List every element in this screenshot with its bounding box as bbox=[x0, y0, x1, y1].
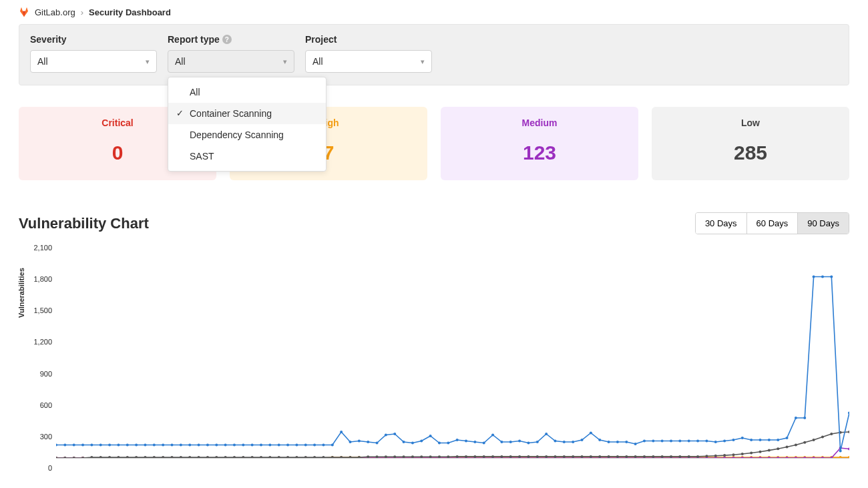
svg-point-406 bbox=[465, 440, 467, 443]
svg-point-407 bbox=[473, 441, 476, 443]
svg-point-331 bbox=[598, 455, 601, 458]
dropdown-item-container-scanning[interactable]: Container Scanning bbox=[168, 103, 326, 124]
svg-point-289 bbox=[224, 456, 227, 459]
svg-point-329 bbox=[581, 455, 584, 458]
svg-point-281 bbox=[153, 456, 156, 459]
svg-point-397 bbox=[385, 434, 387, 437]
svg-point-279 bbox=[135, 456, 138, 459]
svg-point-309 bbox=[403, 455, 405, 458]
chart-area: Vulnerabilities 03006009001,2001,5001,80… bbox=[19, 248, 849, 468]
svg-point-288 bbox=[215, 456, 218, 459]
svg-point-425 bbox=[634, 443, 637, 445]
range-60-days[interactable]: 60 Days bbox=[746, 213, 798, 234]
svg-point-272 bbox=[73, 457, 75, 459]
svg-point-316 bbox=[465, 455, 467, 458]
range-90-days[interactable]: 90 Days bbox=[797, 213, 849, 234]
svg-point-296 bbox=[286, 456, 289, 459]
svg-point-448 bbox=[839, 450, 842, 453]
svg-point-357 bbox=[830, 433, 833, 435]
chart-ylabel: Vulnerabilities bbox=[17, 268, 25, 318]
svg-point-435 bbox=[723, 440, 726, 443]
svg-point-446 bbox=[821, 276, 824, 278]
svg-point-353 bbox=[795, 444, 797, 447]
svg-point-384 bbox=[268, 444, 271, 447]
svg-point-295 bbox=[278, 456, 280, 459]
dropdown-item-dependency-scanning[interactable]: Dependency Scanning bbox=[168, 124, 326, 146]
svg-point-315 bbox=[456, 455, 459, 458]
svg-point-447 bbox=[830, 276, 833, 278]
report-type-select[interactable]: All ▾ bbox=[168, 50, 294, 73]
svg-point-382 bbox=[251, 444, 254, 447]
svg-point-341 bbox=[688, 455, 690, 458]
severity-select-value: All bbox=[37, 56, 48, 67]
svg-point-437 bbox=[741, 437, 744, 439]
dropdown-item-all[interactable]: All bbox=[168, 81, 326, 103]
svg-point-312 bbox=[429, 455, 432, 458]
svg-point-417 bbox=[563, 441, 566, 443]
svg-point-342 bbox=[696, 455, 699, 458]
svg-point-443 bbox=[795, 417, 797, 419]
svg-point-294 bbox=[268, 456, 271, 459]
svg-point-334 bbox=[625, 455, 628, 458]
svg-point-399 bbox=[403, 441, 405, 443]
svg-point-270 bbox=[56, 457, 57, 459]
filter-report-type-label: Report type ? bbox=[168, 34, 294, 45]
svg-point-427 bbox=[652, 440, 654, 443]
svg-point-381 bbox=[242, 444, 244, 447]
svg-point-293 bbox=[260, 456, 262, 459]
range-button-group: 30 Days 60 Days 90 Days bbox=[695, 212, 849, 234]
svg-point-387 bbox=[295, 444, 298, 447]
svg-point-411 bbox=[509, 441, 512, 443]
svg-point-394 bbox=[358, 440, 361, 443]
svg-point-389 bbox=[313, 444, 316, 447]
svg-point-400 bbox=[411, 442, 414, 445]
svg-point-326 bbox=[554, 455, 556, 458]
svg-point-271 bbox=[63, 457, 66, 459]
dropdown-item-sast[interactable]: SAST bbox=[168, 146, 326, 167]
svg-point-344 bbox=[714, 455, 717, 457]
svg-point-375 bbox=[188, 444, 191, 447]
chevron-right-icon: › bbox=[81, 7, 83, 17]
svg-point-440 bbox=[768, 439, 771, 441]
svg-point-418 bbox=[572, 441, 574, 443]
range-30-days[interactable]: 30 Days bbox=[696, 213, 746, 234]
svg-point-354 bbox=[803, 441, 806, 444]
svg-point-308 bbox=[393, 455, 396, 458]
svg-point-332 bbox=[608, 455, 610, 458]
svg-point-370 bbox=[144, 444, 146, 447]
svg-point-408 bbox=[483, 442, 485, 445]
svg-point-405 bbox=[456, 439, 459, 441]
breadcrumb-org[interactable]: GitLab.org bbox=[35, 7, 75, 17]
svg-point-340 bbox=[678, 455, 681, 458]
project-select[interactable]: All ▾ bbox=[305, 50, 432, 73]
svg-point-432 bbox=[696, 440, 699, 443]
svg-point-301 bbox=[331, 456, 334, 459]
card-low[interactable]: Low 285 bbox=[652, 107, 849, 180]
vulnerability-chart bbox=[56, 248, 849, 459]
svg-point-313 bbox=[438, 455, 441, 458]
svg-point-395 bbox=[367, 441, 369, 443]
svg-point-404 bbox=[447, 442, 449, 445]
svg-point-356 bbox=[821, 436, 824, 439]
help-icon[interactable]: ? bbox=[222, 35, 232, 44]
svg-point-302 bbox=[340, 456, 343, 459]
svg-point-410 bbox=[500, 441, 503, 443]
svg-point-282 bbox=[162, 456, 164, 459]
svg-point-442 bbox=[786, 437, 789, 439]
svg-point-318 bbox=[483, 455, 485, 458]
chart-title: Vulnerability Chart bbox=[19, 215, 149, 232]
svg-point-351 bbox=[777, 447, 779, 450]
svg-point-284 bbox=[180, 456, 182, 459]
svg-point-430 bbox=[678, 440, 681, 443]
svg-point-291 bbox=[242, 456, 244, 459]
card-medium[interactable]: Medium 123 bbox=[441, 107, 638, 180]
svg-point-299 bbox=[313, 456, 316, 459]
svg-point-298 bbox=[304, 456, 307, 459]
severity-select[interactable]: All ▾ bbox=[30, 50, 157, 73]
svg-point-328 bbox=[572, 455, 574, 458]
svg-point-378 bbox=[215, 444, 218, 447]
card-low-label: Low bbox=[652, 117, 849, 128]
svg-point-324 bbox=[536, 455, 539, 458]
svg-point-355 bbox=[813, 439, 815, 441]
svg-point-372 bbox=[162, 444, 164, 447]
